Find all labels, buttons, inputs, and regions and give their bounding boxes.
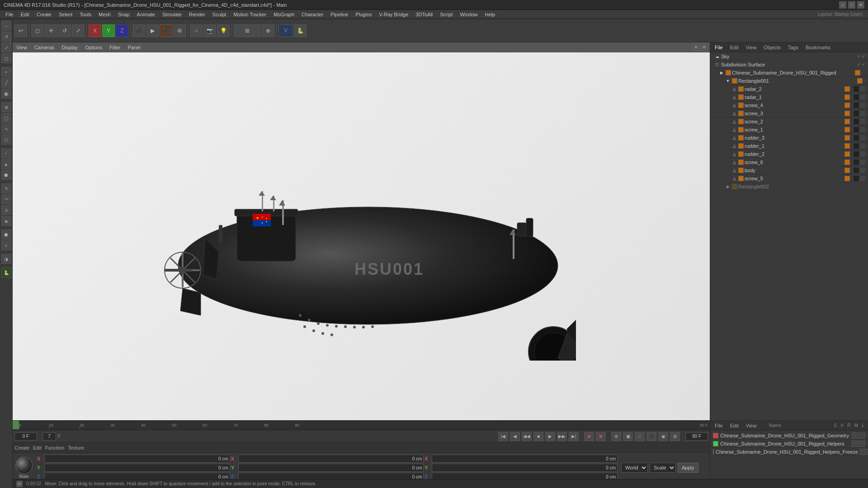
tb-python2[interactable]: 🐍	[294, 24, 307, 37]
btn-tl-tool5[interactable]: ◉	[658, 432, 668, 441]
tb-scale[interactable]: ⤢	[72, 24, 85, 37]
tree-item-rudder1[interactable]: △ rudder_1 ···	[710, 142, 868, 150]
tool-knife[interactable]: ∕	[1, 148, 11, 158]
menu-mesh[interactable]: Mesh	[95, 10, 114, 19]
tree-item-screw4[interactable]: △ screw_4 ···	[710, 101, 868, 109]
tb-object[interactable]: ○	[190, 24, 203, 37]
minimize-button[interactable]: ─	[839, 1, 846, 9]
btn-tl-tool4[interactable]: ⬛	[646, 432, 656, 441]
tool-bevel[interactable]: ⬟	[1, 170, 11, 180]
tb-x-axis[interactable]: X	[89, 24, 101, 37]
rp-tab-edit[interactable]: Edit	[727, 45, 741, 50]
btn-go-start[interactable]: |◀	[498, 432, 508, 441]
tool-edges[interactable]: ╱	[1, 78, 11, 88]
titlebar-controls[interactable]: ─ □ ✕	[839, 1, 864, 9]
rb-item-helpers[interactable]: Chinese_Submarine_Drone_HSU_001_Rigged_H…	[711, 440, 867, 448]
rb-icon-2[interactable]: ·	[859, 432, 865, 439]
tb-render-settings[interactable]: ⚙	[173, 24, 186, 37]
btn-tl-tool6[interactable]: ⊞	[670, 432, 680, 441]
tool-live-sel[interactable]: ⊕	[1, 102, 11, 112]
rot-y-input[interactable]	[238, 464, 424, 472]
menu-select[interactable]: Select	[55, 10, 76, 19]
rb-icon-1[interactable]: ·	[852, 432, 858, 439]
pos-x-input[interactable]	[44, 455, 230, 463]
rb-tab-view[interactable]: View	[743, 423, 760, 428]
tb-snap[interactable]: ⊕	[262, 24, 274, 37]
world-dropdown[interactable]: World	[621, 463, 648, 473]
menu-file[interactable]: File	[2, 10, 17, 19]
rp-tab-view[interactable]: View	[743, 45, 760, 50]
menu-3dtoall[interactable]: 3DToAll	[412, 10, 436, 19]
tb-render-region[interactable]: ⬛	[132, 24, 145, 37]
vp-menu-cameras[interactable]: Cameras	[33, 45, 57, 50]
tree-item-sky[interactable]: ☁ Sky ✓ ✓	[710, 52, 868, 61]
tree-item-submarine[interactable]: ▶ Chinese_Submarine_Drone_HSU_001_Rigged…	[710, 69, 868, 77]
menu-sculpt[interactable]: Sculpt	[209, 10, 230, 19]
tb-grid[interactable]: ⊞	[234, 24, 261, 37]
rb-item-helpers-freeze[interactable]: Chinese_Submarine_Drone_HSU_001_Rigged_H…	[711, 448, 867, 456]
btn-tl-tool2[interactable]: ▣	[623, 432, 633, 441]
btn-play-back[interactable]: ◀◀	[522, 432, 532, 441]
tree-item-radar1[interactable]: △ radar_1 ···	[710, 93, 868, 101]
rp-tab-objects[interactable]: Objects	[761, 45, 783, 50]
tool-poly-sel[interactable]: ⬡	[1, 135, 11, 145]
tree-item-body[interactable]: △ body ···	[710, 166, 868, 174]
rp-tab-file[interactable]: File	[712, 45, 726, 50]
rb-tab-edit[interactable]: Edit	[727, 423, 741, 428]
tool-rect-sel[interactable]: ▢	[1, 113, 11, 123]
tool-object[interactable]: ◻	[1, 53, 11, 63]
menu-help[interactable]: Help	[481, 10, 499, 19]
rb-icon-4[interactable]: ·	[859, 441, 865, 447]
menu-motiontracker[interactable]: Motion Tracker	[230, 10, 270, 19]
tree-item-screw1[interactable]: △ screw_1 ···	[710, 126, 868, 134]
tool-scale[interactable]: ⤢	[1, 42, 11, 52]
vp-icon-2[interactable]: ⊞	[701, 43, 708, 51]
tool-polygons[interactable]: ▣	[1, 89, 11, 99]
menu-pipeline[interactable]: Pipeline	[327, 10, 352, 19]
tb-render[interactable]: ⬛	[160, 24, 172, 37]
tb-z-axis[interactable]: Z	[116, 24, 128, 37]
tb-move[interactable]: ✛	[45, 24, 57, 37]
tb-undo[interactable]: ↩	[14, 24, 27, 37]
vp-menu-options[interactable]: Options	[83, 45, 104, 50]
tool-sculpt-btn[interactable]: ⬟	[1, 230, 11, 239]
rp-tab-tags[interactable]: Tags	[785, 45, 801, 50]
tool-smooth[interactable]: ≈	[1, 240, 11, 250]
tool-python[interactable]: 🐍	[1, 267, 11, 277]
tree-item-screw2[interactable]: △ screw_2 ···	[710, 117, 868, 126]
btn-go-end[interactable]: ▶|	[569, 432, 579, 441]
viewport-3d[interactable]: View Cameras Display Options Filter Pane…	[13, 42, 710, 420]
current-frame-input[interactable]	[14, 432, 37, 441]
menu-script[interactable]: Script	[436, 10, 456, 19]
pos-y-input[interactable]	[44, 464, 230, 472]
tb-render-view[interactable]: ▶	[146, 24, 159, 37]
btn-record-motion[interactable]: ⏺	[596, 432, 606, 441]
tree-item-rudder3[interactable]: △ rudder_3 ···	[710, 134, 868, 142]
menu-animate[interactable]: Animate	[133, 10, 159, 19]
rp-tab-bookmarks[interactable]: Bookmarks	[803, 45, 833, 50]
vp-menu-display[interactable]: Display	[60, 45, 80, 50]
close-button[interactable]: ✕	[857, 1, 864, 9]
btn-tl-tool3[interactable]: ○	[635, 432, 645, 441]
scale-x-input[interactable]	[432, 455, 618, 463]
tb-vray[interactable]: V	[278, 24, 293, 37]
btn-next-frame[interactable]: ▶▶	[557, 432, 567, 441]
tree-item-rect001[interactable]: ▼ Rectangle001 ···	[710, 77, 868, 85]
bt-function[interactable]: Function	[45, 445, 64, 450]
rb-icon-3[interactable]: ·	[852, 441, 858, 447]
tree-item-rect002[interactable]: ▶ Rectangle002	[710, 183, 868, 191]
rot-x-input[interactable]	[238, 455, 424, 463]
btn-play[interactable]: ▶	[545, 432, 555, 441]
menu-window[interactable]: Window	[456, 10, 481, 19]
bt-create[interactable]: Create	[14, 445, 29, 450]
tb-camera[interactable]: 📷	[203, 24, 216, 37]
menu-create[interactable]: Create	[33, 10, 55, 19]
menu-vraybridge[interactable]: V-Ray Bridge	[376, 10, 412, 19]
tree-item-screw3[interactable]: △ screw_3 ···	[710, 109, 868, 117]
btn-prev-frame[interactable]: ◀	[510, 432, 520, 441]
tool-extrude[interactable]: ▲	[1, 159, 11, 169]
tool-joint[interactable]: ⊙	[1, 205, 11, 215]
menu-plugins[interactable]: Plugins	[352, 10, 375, 19]
maximize-button[interactable]: □	[848, 1, 855, 9]
material-preview[interactable]: Mate	[13, 453, 35, 483]
